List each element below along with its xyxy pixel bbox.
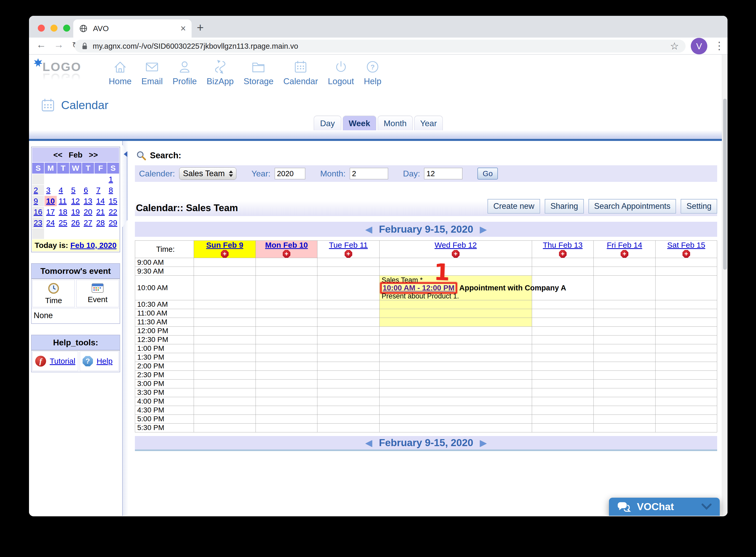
chevron-down-icon[interactable] bbox=[701, 503, 712, 510]
minical-day-link[interactable]: 21 bbox=[96, 207, 104, 216]
minical-day-link[interactable]: 25 bbox=[59, 218, 67, 227]
year-input[interactable] bbox=[275, 168, 305, 179]
day-link[interactable]: Fri Feb 14 bbox=[607, 241, 642, 250]
zoom-window-button[interactable] bbox=[63, 25, 70, 32]
grid-slot bbox=[380, 335, 532, 344]
page-scrollbar[interactable] bbox=[722, 55, 727, 516]
back-button[interactable]: ← bbox=[36, 39, 46, 50]
nav-item-profile[interactable]: Profile bbox=[173, 59, 197, 86]
help-link[interactable]: Help bbox=[97, 357, 113, 365]
create-new-button[interactable]: Create new bbox=[487, 199, 540, 213]
add-appointment-icon[interactable] bbox=[345, 250, 352, 258]
sidebar-collapse-handle[interactable] bbox=[122, 145, 127, 228]
minical-day-link[interactable]: 9 bbox=[34, 197, 38, 205]
minical-day-link[interactable]: 26 bbox=[71, 218, 80, 227]
nav-item-help[interactable]: ? Help bbox=[364, 59, 381, 86]
prev-week-icon[interactable]: ◀ bbox=[365, 438, 372, 448]
minical-day-link[interactable]: 2 bbox=[34, 186, 38, 194]
bookmark-star-icon[interactable]: ☆ bbox=[670, 40, 679, 52]
day-link[interactable]: Tue Feb 11 bbox=[329, 241, 368, 250]
title-row: Calendar Day Week Month Year bbox=[29, 96, 727, 130]
next-week-icon[interactable]: ▶ bbox=[480, 224, 487, 234]
minical-day-link[interactable]: 16 bbox=[34, 207, 42, 216]
day-link[interactable]: Mon Feb 10 bbox=[265, 241, 308, 250]
minical-day-link[interactable]: 24 bbox=[46, 218, 55, 227]
minical-day-link[interactable]: 5 bbox=[71, 186, 75, 194]
tutorial-link[interactable]: Tutorial bbox=[50, 357, 75, 365]
minical-next-button[interactable]: >> bbox=[87, 150, 100, 159]
day-link[interactable]: Sun Feb 9 bbox=[206, 241, 243, 250]
browser-menu-icon[interactable]: ⋮ bbox=[714, 40, 724, 52]
tab-day[interactable]: Day bbox=[314, 116, 341, 130]
close-window-button[interactable] bbox=[38, 25, 45, 32]
minical-day-link[interactable]: 27 bbox=[84, 218, 92, 227]
minical-day-link[interactable]: 6 bbox=[84, 186, 88, 194]
minical-day-link[interactable]: 13 bbox=[84, 197, 92, 205]
tab-month[interactable]: Month bbox=[378, 116, 413, 130]
vochat-widget[interactable]: VOChat bbox=[609, 498, 720, 516]
add-appointment-icon[interactable] bbox=[621, 250, 628, 258]
tab-week[interactable]: Week bbox=[343, 116, 376, 130]
add-appointment-icon[interactable] bbox=[283, 250, 290, 258]
minimize-window-button[interactable] bbox=[51, 25, 58, 32]
minical-day-link[interactable]: 23 bbox=[34, 218, 42, 227]
day-link[interactable]: Sat Feb 15 bbox=[667, 241, 705, 250]
nav-item-logout[interactable]: Logout bbox=[328, 59, 354, 86]
minical-prev-button[interactable]: << bbox=[51, 150, 64, 159]
next-week-icon[interactable]: ▶ bbox=[480, 438, 487, 448]
minical-day-link[interactable]: 22 bbox=[109, 207, 117, 216]
minical-day-link[interactable]: 28 bbox=[96, 218, 104, 227]
day-link[interactable]: Thu Feb 13 bbox=[543, 241, 582, 250]
new-tab-button[interactable]: + bbox=[197, 21, 204, 34]
minical-day-link[interactable]: 3 bbox=[46, 186, 51, 194]
minical-day-link[interactable]: 19 bbox=[71, 207, 80, 216]
minical-day-link[interactable]: 29 bbox=[109, 218, 117, 227]
minical-day-link[interactable]: 8 bbox=[109, 186, 113, 194]
sharing-button[interactable]: Sharing bbox=[545, 199, 584, 213]
today-date-link[interactable]: Feb 10, 2020 bbox=[70, 241, 117, 250]
forward-button[interactable]: → bbox=[54, 39, 64, 50]
minical-day-link[interactable]: 11 bbox=[59, 197, 67, 205]
minical-day-link[interactable]: 18 bbox=[59, 207, 67, 216]
add-appointment-icon[interactable] bbox=[221, 250, 229, 258]
nav-item-calendar[interactable]: Calendar bbox=[283, 59, 318, 86]
minical-day-link[interactable]: 17 bbox=[46, 207, 55, 216]
grid-slot bbox=[256, 379, 317, 388]
nav-item-home[interactable]: Home bbox=[109, 59, 131, 86]
grid-slot bbox=[194, 414, 256, 423]
minical-day-link[interactable]: 4 bbox=[59, 186, 63, 194]
browser-profile-avatar[interactable]: V bbox=[691, 38, 707, 54]
browser-tab[interactable]: AVO × bbox=[73, 20, 192, 37]
grid-slot bbox=[594, 423, 656, 432]
address-bar[interactable]: my.agnx.com/-/vo/SID600302257jkbovllgzn1… bbox=[74, 40, 686, 53]
add-appointment-icon[interactable] bbox=[683, 250, 690, 258]
search-appointments-button[interactable]: Search Appointments bbox=[589, 199, 676, 213]
tab-year[interactable]: Year bbox=[414, 116, 443, 130]
minical-day-link[interactable]: 15 bbox=[109, 197, 117, 205]
minical-day-link[interactable]: 1 bbox=[109, 175, 113, 183]
minical-day-link[interactable]: 12 bbox=[71, 197, 80, 205]
day-link[interactable]: Wed Feb 12 bbox=[435, 241, 477, 250]
setting-button[interactable]: Setting bbox=[681, 199, 717, 213]
minical-day-link[interactable]: 14 bbox=[96, 197, 104, 205]
prev-week-icon[interactable]: ◀ bbox=[365, 224, 372, 234]
day-input[interactable] bbox=[424, 168, 463, 179]
minical-day-cell: 24 bbox=[44, 217, 57, 228]
minical-day-link[interactable]: 20 bbox=[84, 207, 92, 216]
grid-slot bbox=[256, 300, 317, 309]
scrollbar-thumb[interactable] bbox=[723, 99, 727, 270]
sidebar-divider bbox=[122, 141, 131, 516]
nav-item-bizapp[interactable]: BizApp bbox=[207, 59, 234, 86]
calendar-select[interactable]: Sales Team bbox=[179, 167, 237, 180]
minical-day-link[interactable]: 7 bbox=[96, 186, 100, 194]
close-tab-icon[interactable]: × bbox=[181, 23, 186, 34]
minical-day-link[interactable]: 10 bbox=[46, 197, 55, 205]
nav-item-email[interactable]: Email bbox=[141, 59, 163, 86]
header-divider-bar bbox=[29, 130, 727, 141]
add-appointment-icon[interactable] bbox=[452, 250, 460, 258]
go-button[interactable]: Go bbox=[477, 168, 498, 179]
month-input[interactable] bbox=[350, 168, 388, 179]
nav-item-storage[interactable]: Storage bbox=[244, 59, 274, 86]
collapse-left-icon[interactable] bbox=[124, 151, 127, 157]
add-appointment-icon[interactable] bbox=[559, 250, 567, 258]
